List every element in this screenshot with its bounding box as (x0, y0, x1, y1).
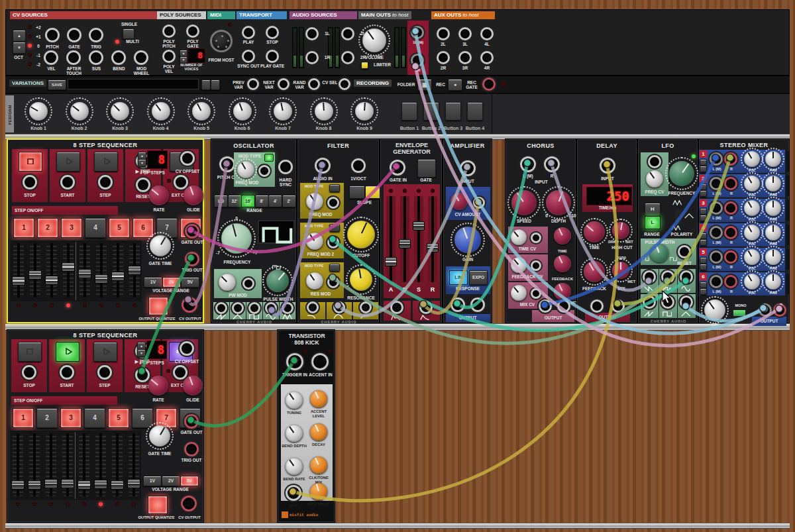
seq2-range-1v-button[interactable]: 1V (143, 476, 162, 486)
lfo-freqcv-knob[interactable] (646, 170, 663, 187)
filter-out-hp-jack[interactable] (360, 301, 372, 313)
lfo-freqcv-jack[interactable] (648, 155, 661, 168)
seq1-start-button[interactable] (56, 152, 80, 172)
lfo-out-ramp-jack[interactable] (643, 270, 656, 284)
chorus-mix-knob[interactable] (554, 283, 571, 300)
steps-down-button[interactable]: ▼ (137, 349, 146, 357)
env-slider-A[interactable] (386, 196, 396, 282)
perform-knob-5[interactable] (192, 102, 211, 121)
kick-out-jack[interactable] (286, 485, 301, 501)
slider-handle[interactable] (61, 479, 74, 488)
transport-stop-jack[interactable] (266, 26, 279, 39)
oct-up-button[interactable]: ▲ (13, 30, 26, 42)
seq1-step-jack[interactable] (98, 175, 113, 189)
filter-slope-12-button[interactable] (349, 186, 365, 199)
kick-tuning-knob[interactable] (286, 392, 303, 409)
env-gate-in-jack[interactable] (390, 160, 405, 176)
lfo-pw-knob[interactable] (650, 244, 668, 262)
seq1-step-button-3[interactable]: 3 (61, 218, 82, 238)
slider-handle[interactable] (111, 272, 125, 281)
env-gate-button[interactable] (417, 159, 436, 178)
aux-out-3l-jack[interactable] (458, 27, 472, 40)
osc-range-1-button[interactable]: 32' (228, 195, 242, 207)
seq1-step-button-1[interactable]: 1 (13, 218, 34, 238)
seq2-slider-1[interactable] (13, 433, 23, 496)
delay-out-plus-jack[interactable] (611, 299, 625, 313)
mixer-ch1-r-jack[interactable] (724, 152, 737, 166)
seq2-cv-offset-jack[interactable] (180, 341, 194, 356)
osc-range-4-button[interactable]: 4' (268, 195, 282, 207)
seq2-output-quantize-button[interactable] (148, 496, 168, 514)
steps-down-button[interactable]: ▼ (138, 159, 146, 167)
seq2-stop-jack[interactable] (22, 365, 36, 380)
single-mode-button[interactable] (123, 28, 134, 39)
seq1-cv-offset-jack[interactable] (180, 151, 195, 166)
aux-out-4r-jack[interactable] (480, 51, 494, 64)
osc-pwmod-jack[interactable] (242, 278, 254, 290)
filter-audio-in-jack[interactable] (315, 158, 331, 174)
aux-out-4l-jack[interactable] (480, 27, 494, 40)
lfo-range-h-button[interactable]: H (645, 203, 661, 216)
seq2-slider-4[interactable] (62, 433, 73, 496)
aux-out-2r-jack[interactable] (437, 51, 450, 64)
seq1-trig-out-jack[interactable] (185, 252, 199, 266)
seq2-reset-jack[interactable] (135, 368, 150, 382)
seq1-slider-4[interactable] (63, 243, 74, 297)
slider-handle[interactable] (413, 221, 425, 231)
mixer-ch4-r-jack[interactable] (724, 226, 737, 239)
chorus-mix-cv-knob[interactable] (511, 285, 527, 301)
slider-handle[interactable] (385, 257, 397, 266)
slider-handle[interactable] (12, 276, 25, 286)
seq1-step-button[interactable] (94, 152, 118, 172)
seq2-step-button-5[interactable]: 5 (108, 408, 129, 428)
perform-knob-9[interactable] (355, 102, 374, 121)
poly-vel-jack[interactable] (162, 50, 176, 63)
seq2-glide-knob[interactable] (183, 376, 203, 396)
osc-hardsync-jack[interactable] (278, 160, 293, 174)
seq2-range-2v-button[interactable]: 2V (162, 476, 180, 486)
slider-handle[interactable] (62, 262, 75, 272)
seq2-step-button-2[interactable]: 2 (36, 408, 58, 428)
chorus-feedback-cv-jack[interactable] (531, 260, 541, 271)
mixer-ch1-solo-button[interactable] (700, 166, 707, 172)
filter-out-lp-jack[interactable] (307, 301, 319, 313)
delay-out-minus-jack[interactable] (590, 299, 604, 313)
seq2-start-button[interactable] (56, 342, 80, 362)
kick-clk-tone-mix-knob[interactable] (310, 456, 327, 474)
seq2-stop-button[interactable] (18, 342, 42, 362)
mixer-ch3-mute-button[interactable] (700, 208, 707, 215)
seq1-start-jack[interactable] (60, 175, 75, 189)
variation-name-field[interactable] (68, 79, 199, 89)
chorus-time-knob[interactable] (554, 227, 571, 244)
variation-prev-page-button[interactable] (201, 80, 211, 90)
kick-accent-level-knob[interactable] (310, 390, 327, 407)
osc-range-3-button[interactable]: 8' (255, 195, 269, 207)
seq2-step-button-3[interactable]: 3 (60, 408, 81, 428)
mixer-ch2-mute-button[interactable] (700, 184, 707, 190)
slider-handle[interactable] (78, 269, 91, 278)
env-slider-S[interactable] (414, 196, 423, 282)
transport-play-gate-jack[interactable] (266, 50, 279, 63)
seq1-range-1v-button[interactable]: 1V (144, 277, 162, 288)
kick-bend-rate-knob[interactable] (286, 458, 303, 475)
filter-1voct-jack[interactable] (351, 158, 366, 173)
mixer-ch6-l-jack[interactable] (710, 275, 723, 288)
filter-freqmod-jack[interactable] (327, 197, 339, 209)
osc-range-2-button[interactable]: 16' (241, 195, 255, 207)
osc-modtype-button[interactable] (264, 154, 274, 162)
seq2-trig-out-jack[interactable] (184, 442, 199, 456)
seq2-rate-knob[interactable] (148, 376, 168, 396)
perform-knob-7[interactable] (274, 102, 292, 121)
variation-next-page-button[interactable] (211, 80, 220, 90)
seq1-step-button-4[interactable]: 4 (85, 218, 106, 238)
perform-knob-2[interactable] (70, 102, 89, 121)
seq2-slider-8[interactable] (129, 433, 139, 496)
slider-handle[interactable] (11, 480, 25, 490)
seq1-slider-5[interactable] (80, 243, 90, 297)
main-out-1l-jack[interactable] (411, 26, 424, 39)
mixer-ch3-r-jack[interactable] (724, 201, 737, 215)
slider-handle[interactable] (78, 480, 91, 490)
audio-source-1r-jack[interactable] (305, 51, 319, 64)
chorus-out-l-jack[interactable] (539, 299, 552, 313)
slider-handle[interactable] (44, 479, 58, 488)
